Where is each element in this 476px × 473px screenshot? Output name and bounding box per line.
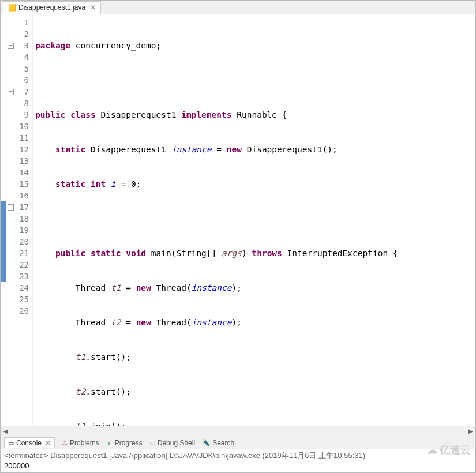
tab-problems[interactable]: ⚠ Problems: [62, 439, 99, 447]
scroll-left-icon[interactable]: ◀: [1, 426, 10, 436]
line-number: 19: [6, 224, 29, 236]
line-number: 25: [6, 294, 29, 305]
line-number: 13: [6, 155, 29, 167]
console-tab-bar: ▭ Console ✕ ⚠ Problems ⏵ Progress ▭ Debu…: [1, 436, 475, 449]
code-line: Thread t2 = new Thread(instance);: [33, 317, 475, 328]
java-file-icon: 🟨: [8, 4, 16, 12]
line-number: 11: [6, 132, 29, 144]
tab-console[interactable]: ▭ Console ✕: [4, 437, 55, 448]
problems-icon: ⚠: [62, 439, 68, 446]
line-number-gutter: 1 2 3 4 5 6 7 8 9 10 11 12 13 14 15 16 1…: [6, 14, 33, 426]
line-number[interactable]: 17: [6, 201, 29, 213]
progress-icon: ⏵: [106, 440, 113, 446]
line-number: 1: [6, 17, 29, 28]
code-line: t1.join();: [33, 421, 475, 426]
code-line: package concurrency_demo;: [33, 40, 475, 51]
tab-label: Console: [16, 439, 42, 447]
editor-tab[interactable]: 🟨 Disapperequest1.java ✕: [3, 1, 101, 14]
console-icon: ▭: [8, 440, 14, 447]
search-icon: 🔦: [202, 439, 210, 446]
code-line: [33, 213, 475, 224]
code-line: [33, 74, 475, 86]
tab-debug-shell[interactable]: ▭ Debug Shell: [149, 439, 195, 447]
line-number: 16: [6, 190, 29, 201]
console-result: 200000: [4, 461, 472, 471]
line-number: 14: [6, 167, 29, 178]
code-line: static Disapperequest1 instance = new Di…: [33, 144, 475, 155]
tab-progress[interactable]: ⏵ Progress: [106, 439, 143, 447]
line-number[interactable]: 3: [6, 40, 29, 51]
close-icon[interactable]: ✕: [90, 3, 96, 12]
line-number: 9: [6, 109, 29, 121]
marker-bar: [1, 14, 6, 426]
console-output: <terminated> Disapperequest1 [Java Appli…: [1, 449, 475, 472]
code-line: t2.start();: [33, 386, 475, 397]
code-line: t1.start();: [33, 351, 475, 363]
line-number: 8: [6, 97, 29, 109]
tab-filename: Disapperequest1.java: [18, 3, 85, 12]
override-marker: [1, 201, 6, 282]
line-number: 24: [6, 282, 29, 294]
line-number: 4: [6, 51, 29, 63]
tab-label: Search: [212, 439, 234, 447]
line-number[interactable]: 7: [6, 86, 29, 97]
horizontal-scrollbar[interactable]: ◀ ▶: [1, 426, 475, 436]
line-number: 5: [6, 63, 29, 74]
line-number: 10: [6, 121, 29, 132]
line-number: 18: [6, 213, 29, 224]
line-number: 21: [6, 247, 29, 259]
close-icon[interactable]: ✕: [45, 439, 51, 447]
line-number: 23: [6, 271, 29, 282]
code-line: public class Disapperequest1 implements …: [33, 109, 475, 121]
line-number: 2: [6, 28, 29, 40]
tab-search[interactable]: 🔦 Search: [202, 439, 234, 447]
line-number: 22: [6, 259, 29, 271]
scroll-right-icon[interactable]: ▶: [466, 426, 475, 436]
code-editor[interactable]: package concurrency_demo; public class D…: [33, 14, 475, 426]
scroll-track[interactable]: [10, 427, 466, 434]
tab-label: Progress: [115, 439, 143, 447]
console-terminated-line: <terminated> Disapperequest1 [Java Appli…: [4, 451, 472, 461]
debug-shell-icon: ▭: [149, 439, 155, 446]
editor-tab-bar: 🟨 Disapperequest1.java ✕: [1, 1, 475, 14]
line-number: 12: [6, 144, 29, 155]
line-number: 20: [6, 236, 29, 247]
code-line: Thread t1 = new Thread(instance);: [33, 282, 475, 294]
code-line: static int i = 0;: [33, 178, 475, 190]
line-number: 15: [6, 178, 29, 190]
line-number: 26: [6, 305, 29, 317]
tab-label: Debug Shell: [158, 439, 195, 447]
line-number: 6: [6, 74, 29, 86]
tab-label: Problems: [70, 439, 99, 447]
editor-area: 1 2 3 4 5 6 7 8 9 10 11 12 13 14 15 16 1…: [1, 14, 475, 426]
code-line: public static void main(String[] args) t…: [33, 247, 475, 259]
